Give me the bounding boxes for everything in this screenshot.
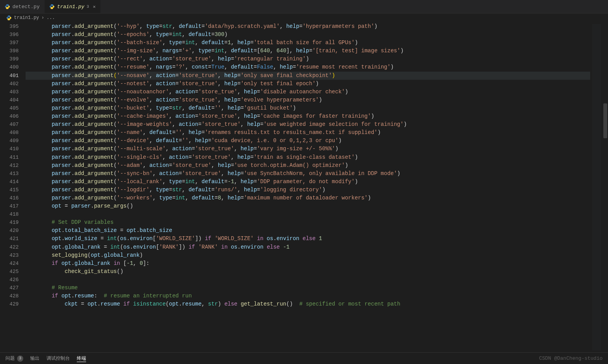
code-line[interactable]: opt.global_rank = int(os.environ['RANK']… [26,243,590,251]
code-line[interactable]: parser.add_argument('--notest', action='… [26,80,590,88]
code-line[interactable]: parser.add_argument('--hyp', type=str, d… [26,22,590,31]
code-line[interactable]: parser.add_argument('--single-cls', acti… [26,153,590,161]
scroll-thumb[interactable] [603,103,607,138]
code-line[interactable]: parser.add_argument('--resume', nargs='?… [26,63,590,71]
bottom-panel: 问题 3 输出 调试控制台 终端 CSDN @DanCheng-studio [0,352,608,364]
code-line[interactable]: parser.add_argument('--cache-images', ac… [26,112,590,120]
code-line[interactable]: opt.world_size = int(os.environ['WORLD_S… [26,235,590,243]
code-line[interactable]: parser.add_argument('--logdir', type=str… [26,186,590,194]
code-line[interactable]: set_logging(opt.global_rank) [26,251,590,259]
code-line[interactable]: parser.add_argument('--name', default=''… [26,129,590,137]
code-line[interactable]: opt = parser.parse_args() [26,202,590,210]
code-line[interactable]: parser.add_argument('--image-weights', a… [26,120,590,129]
breadcrumb-ellipsis[interactable]: ... [47,15,55,21]
breadcrumb-sep: › [41,15,44,21]
tab-modified-count: 3 [86,5,89,9]
close-icon[interactable]: ✕ [93,4,95,10]
breadcrumb-file[interactable]: train1.py [14,15,39,21]
code-line[interactable]: parser.add_argument('--img-size', nargs=… [26,47,590,55]
minimap[interactable] [590,22,603,352]
code-line[interactable]: parser.add_argument('--batch-size', type… [26,39,590,47]
code-content[interactable]: parser.add_argument('--hyp', type=str, d… [26,22,590,352]
code-line[interactable]: # Set DDP variables [26,218,590,227]
code-line[interactable]: check_git_status() [26,268,590,276]
code-line[interactable]: parser.add_argument('--rect', action='st… [26,55,590,63]
code-line[interactable]: parser.add_argument('--adam', action='st… [26,161,590,170]
watermark: CSDN @DanCheng-studio [539,355,603,361]
tab-name: train1.py [57,4,84,10]
code-line[interactable] [26,276,590,284]
code-line[interactable]: opt.total_batch_size = opt.batch_size [26,227,590,235]
code-line[interactable]: ckpt = opt.resume if isinstance(opt.resu… [26,300,590,308]
code-line[interactable]: parser.add_argument('--evolve', action='… [26,96,590,104]
breadcrumb: train1.py › ... [0,14,608,22]
code-line[interactable]: parser.add_argument('--device', default=… [26,137,590,145]
line-number-gutter: 3953963973983994004014024034044054064074… [0,22,26,352]
code-line[interactable]: if opt.global_rank in [-1, 0]: [26,259,590,268]
code-line[interactable]: parser.add_argument('--sync-bn', action=… [26,170,590,178]
python-icon [6,15,12,21]
problems-badge: 3 [17,355,23,362]
code-line[interactable]: if opt.resume: # resume an interrupted r… [26,292,590,300]
tab-detect[interactable]: detect.py [0,0,45,13]
editor[interactable]: 3953963973983994004014024034044054064074… [0,22,608,352]
python-icon [5,4,10,9]
scrollbar-vertical[interactable] [603,22,608,352]
python-icon [49,4,55,9]
code-line[interactable]: parser.add_argument('--local_rank', type… [26,178,590,186]
panel-problems[interactable]: 问题 3 [5,355,23,362]
code-line[interactable]: parser.add_argument('--noautoanchor', ac… [26,88,590,96]
tabs-bar: detect.py train1.py 3 ✕ [0,0,608,14]
panel-terminal[interactable]: 终端 [77,355,86,362]
tab-train1[interactable]: train1.py 3 ✕ [45,0,100,13]
code-line[interactable]: parser.add_argument('--multi-scale', act… [26,145,590,153]
code-line[interactable]: parser.add_argument('--epochs', type=int… [26,31,590,39]
code-line[interactable]: parser.add_argument('--workers', type=in… [26,194,590,202]
code-line[interactable]: parser.add_argument('--nosave', action='… [26,72,590,80]
panel-debug-console[interactable]: 调试控制台 [47,355,70,362]
code-line[interactable]: # Resume [26,284,590,292]
panel-output[interactable]: 输出 [30,355,40,362]
code-line[interactable]: parser.add_argument('--bucket', type=str… [26,104,590,112]
code-line[interactable] [26,210,590,218]
tab-name: detect.py [12,4,40,10]
